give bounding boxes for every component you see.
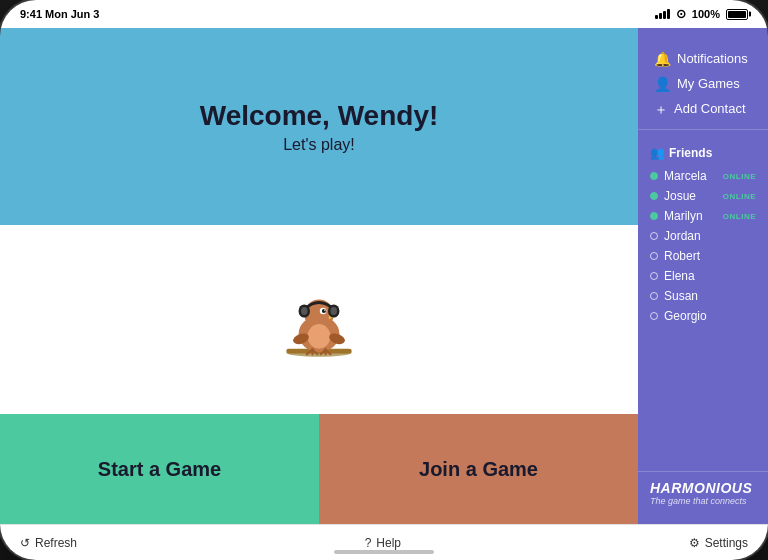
friends-list: MarcelaONLINEJosueONLINEMarilynONLINEJor… bbox=[650, 166, 756, 326]
welcome-section: Welcome, Wendy! Let's play! bbox=[0, 28, 638, 225]
game-buttons: Start a Game Join a Game bbox=[0, 414, 638, 524]
logo-name: HARMONIOUS bbox=[650, 480, 756, 496]
welcome-subtitle: Let's play! bbox=[283, 136, 355, 154]
main-area: Welcome, Wendy! Let's play! bbox=[0, 28, 638, 524]
friend-item[interactable]: MarcelaONLINE bbox=[650, 166, 756, 186]
friend-status-dot bbox=[650, 312, 658, 320]
friend-status-dot bbox=[650, 292, 658, 300]
help-button[interactable]: ? Help bbox=[365, 536, 401, 550]
settings-button[interactable]: ⚙ Settings bbox=[689, 536, 748, 550]
wifi-icon: ⊙ bbox=[676, 7, 686, 21]
friends-label: 👥 Friends bbox=[650, 146, 756, 160]
friend-item[interactable]: JosueONLINE bbox=[650, 186, 756, 206]
plus-icon: ＋ bbox=[654, 102, 668, 116]
sidebar-item-notifications[interactable]: 🔔 Notifications bbox=[650, 46, 756, 71]
svg-point-7 bbox=[324, 309, 325, 310]
refresh-icon: ↺ bbox=[20, 536, 30, 550]
battery-percent: 100% bbox=[692, 8, 720, 20]
help-icon: ? bbox=[365, 536, 372, 550]
status-bar: 9:41 Mon Jun 3 ⊙ 100% bbox=[0, 0, 768, 28]
bell-icon: 🔔 bbox=[654, 52, 671, 66]
sidebar-item-add-contact[interactable]: ＋ Add Contact bbox=[650, 96, 756, 121]
friend-item[interactable]: Jordan bbox=[650, 226, 756, 246]
logo-tagline: The game that connects bbox=[650, 496, 756, 506]
gear-icon: ⚙ bbox=[689, 536, 700, 550]
sidebar-item-my-games[interactable]: 👤 My Games bbox=[650, 71, 756, 96]
user-icon: 👤 bbox=[654, 77, 671, 91]
friend-status-dot bbox=[650, 212, 658, 220]
friend-name: Josue bbox=[664, 189, 717, 203]
friend-item[interactable]: Susan bbox=[650, 286, 756, 306]
friend-item[interactable]: MarilynONLINE bbox=[650, 206, 756, 226]
status-time: 9:41 Mon Jun 3 bbox=[20, 8, 99, 20]
notifications-label: Notifications bbox=[677, 51, 748, 66]
online-badge: ONLINE bbox=[723, 212, 756, 221]
bird-section bbox=[0, 225, 638, 414]
svg-point-12 bbox=[330, 307, 337, 315]
online-badge: ONLINE bbox=[723, 192, 756, 201]
signal-bars-icon bbox=[655, 9, 670, 19]
friend-name: Susan bbox=[664, 289, 756, 303]
friend-status-dot bbox=[650, 192, 658, 200]
friend-status-dot bbox=[650, 272, 658, 280]
friend-status-dot bbox=[650, 252, 658, 260]
tablet-frame: 9:41 Mon Jun 3 ⊙ 100% Welcome, Wendy! Le… bbox=[0, 0, 768, 560]
sidebar-top: 🔔 Notifications 👤 My Games ＋ Add Contact bbox=[638, 38, 768, 130]
friends-icon: 👥 bbox=[650, 146, 665, 160]
settings-label: Settings bbox=[705, 536, 748, 550]
friends-section: 👥 Friends MarcelaONLINEJosueONLINEMarily… bbox=[638, 138, 768, 471]
friend-item[interactable]: Robert bbox=[650, 246, 756, 266]
friend-name: Georgio bbox=[664, 309, 756, 323]
friend-item[interactable]: Georgio bbox=[650, 306, 756, 326]
app-content: Welcome, Wendy! Let's play! bbox=[0, 28, 768, 524]
friend-item[interactable]: Elena bbox=[650, 266, 756, 286]
sidebar: 🔔 Notifications 👤 My Games ＋ Add Contact… bbox=[638, 28, 768, 524]
refresh-label: Refresh bbox=[35, 536, 77, 550]
battery-icon bbox=[726, 9, 748, 20]
friend-status-dot bbox=[650, 172, 658, 180]
friend-name: Marilyn bbox=[664, 209, 717, 223]
home-indicator bbox=[334, 550, 434, 554]
my-games-label: My Games bbox=[677, 76, 740, 91]
refresh-button[interactable]: ↺ Refresh bbox=[20, 536, 77, 550]
status-bar-right: ⊙ 100% bbox=[655, 7, 748, 21]
svg-point-6 bbox=[322, 309, 326, 313]
friend-name: Jordan bbox=[664, 229, 756, 243]
svg-point-10 bbox=[301, 307, 308, 315]
friend-status-dot bbox=[650, 232, 658, 240]
bottom-bar: ↺ Refresh ? Help ⚙ Settings bbox=[0, 524, 768, 560]
friend-name: Marcela bbox=[664, 169, 717, 183]
harmonious-logo: HARMONIOUS The game that connects bbox=[638, 471, 768, 514]
join-game-button[interactable]: Join a Game bbox=[319, 414, 638, 524]
friend-name: Elena bbox=[664, 269, 756, 283]
welcome-title: Welcome, Wendy! bbox=[200, 100, 439, 132]
svg-point-4 bbox=[308, 324, 331, 349]
status-bar-left: 9:41 Mon Jun 3 bbox=[20, 8, 99, 20]
start-game-button[interactable]: Start a Game bbox=[0, 414, 319, 524]
friend-name: Robert bbox=[664, 249, 756, 263]
add-contact-label: Add Contact bbox=[674, 101, 746, 116]
help-label: Help bbox=[376, 536, 401, 550]
online-badge: ONLINE bbox=[723, 172, 756, 181]
bird-icon bbox=[269, 275, 369, 365]
